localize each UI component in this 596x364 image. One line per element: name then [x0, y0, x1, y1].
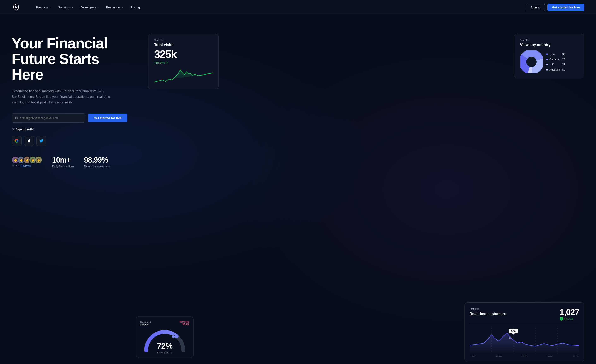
hero-section: Your Financial Future Starts Here Experi… — [0, 15, 596, 364]
svg-point-7 — [172, 335, 175, 338]
roi-label: Return on Investment — [84, 165, 110, 168]
gauge-percent: 72% — [157, 342, 173, 350]
transactions-value: 10m+ — [52, 156, 74, 164]
sales-gauge-card: Sales goal $32,000 Remaining $7,600 — [136, 316, 194, 358]
email-icon: ✉ — [15, 116, 18, 120]
signup-alt-text: Or Sign up with: — [12, 128, 127, 131]
chevron-down-icon: ▾ — [97, 6, 98, 8]
reviews-link[interactable]: Reviews — [21, 164, 31, 167]
realtime-title: Real-time customers — [469, 312, 506, 316]
up-arrow-icon: ↑ — [559, 317, 563, 320]
google-signin-button[interactable] — [12, 136, 22, 146]
roi-value: 98.99% — [84, 156, 110, 164]
realtime-stats-label: Statistics — [469, 307, 506, 310]
hero-right: Statistics Total visits 325k +18.34% ↗ — [136, 29, 584, 364]
views-country-title: Views by country — [520, 43, 578, 47]
roi-stat: 98.99% Return on Investment — [84, 156, 110, 168]
realtime-value: 1,027 — [559, 307, 579, 317]
realtime-header: Statistics Real-time customers 1,027 ↑ 1… — [469, 307, 579, 320]
avatar: 👩 — [35, 156, 42, 164]
views-by-country-card: Statistics Views by country USA 39 — [514, 34, 584, 78]
nav-products[interactable]: Products ▾ — [33, 4, 53, 11]
nav-developers[interactable]: Developers ▾ — [78, 4, 101, 11]
hero-left: Your Financial Future Starts Here Experi… — [12, 29, 127, 364]
tooltip-bubble: 574 — [509, 329, 518, 333]
realtime-change: ↑ 12.75% — [559, 317, 579, 320]
svg-point-12 — [509, 337, 511, 339]
hero-stats: 🧑 👩 👩 👩 👩 24.2k+ Reviews 10m+ Daily Tran… — [12, 156, 127, 168]
legend-item-australia: Australia 5.0 — [546, 68, 565, 71]
hero-form: ✉ Get started for free — [12, 113, 127, 123]
avatars-row: 🧑 👩 👩 👩 👩 — [12, 156, 42, 164]
time-label: 16:00 — [547, 355, 553, 357]
time-label: 18:00 — [573, 355, 578, 357]
chevron-down-icon: ▾ — [122, 6, 123, 8]
total-visits-title: Total visits — [154, 43, 213, 47]
svg-point-6 — [526, 57, 536, 67]
transactions-label: Daily Transactions — [52, 165, 74, 168]
gauge-sales-label: Sales: $24,400 — [157, 351, 172, 354]
gauge-container: 72% Sales: $24,400 — [140, 328, 189, 353]
card-divider — [469, 324, 579, 324]
pie-chart — [520, 51, 543, 73]
logo[interactable]: A — [12, 2, 21, 12]
email-input-wrapper: ✉ — [12, 113, 85, 123]
avatar-reviews-group: 🧑 👩 👩 👩 👩 24.2k+ Reviews — [12, 156, 42, 167]
twitter-signin-button[interactable] — [37, 136, 46, 146]
total-visits-card: Statistics Total visits 325k +18.34% ↗ — [148, 34, 218, 89]
legend-item-usa: USA 39 — [546, 52, 565, 56]
legend-dot — [546, 53, 548, 55]
transactions-stat: 10m+ Daily Transactions — [52, 156, 74, 168]
nav-solutions[interactable]: Solutions ▾ — [55, 4, 76, 11]
sales-goal-label: Sales goal — [140, 321, 151, 323]
get-started-nav-button[interactable]: Get started for free — [547, 4, 584, 11]
hero-description: Experience financial mastery with FinTec… — [12, 88, 111, 105]
realtime-chart — [469, 327, 579, 353]
hero-title: Your Financial Future Starts Here — [12, 36, 127, 82]
remaining-value: $7,600 — [179, 323, 189, 326]
chevron-down-icon: ▾ — [72, 6, 73, 8]
apple-signin-button[interactable] — [24, 136, 34, 146]
chevron-down-icon: ▾ — [49, 6, 51, 8]
time-label: 12:00 — [496, 355, 502, 357]
pie-legend: USA 39 Canada 28 U.K. 23 — [546, 52, 565, 71]
time-label: 10:00 — [470, 355, 476, 357]
hero-cta-button[interactable]: Get started for free — [88, 114, 127, 123]
total-visits-sparkline — [154, 68, 213, 84]
time-label: 14:00 — [522, 355, 527, 357]
total-visits-change: +18.34% ↗ — [154, 61, 213, 64]
legend-dot — [546, 69, 548, 71]
nav-pricing[interactable]: Pricing — [128, 4, 143, 11]
nav-resources[interactable]: Resources ▾ — [103, 4, 126, 11]
legend-dot — [546, 58, 548, 60]
time-labels: 10:00 12:00 14:00 16:00 18:00 — [469, 355, 579, 357]
total-visits-value: 325k — [154, 48, 213, 60]
realtime-card: Statistics Real-time customers 1,027 ↑ 1… — [464, 302, 584, 362]
total-visits-stats-label: Statistics — [154, 39, 213, 42]
legend-item-canada: Canada 28 — [546, 58, 565, 61]
realtime-chart-container: 574 — [469, 327, 579, 357]
legend-dot — [546, 64, 548, 65]
legend-item-uk: U.K. 23 — [546, 63, 565, 66]
views-country-stats-label: Statistics — [520, 39, 578, 42]
navbar: A Products ▾ Solutions ▾ Developers ▾ Re… — [0, 0, 596, 15]
remaining-label: Remaining — [179, 321, 189, 323]
svg-text:A: A — [15, 5, 17, 9]
nav-actions: Sign in Get started for free — [526, 4, 584, 11]
nav-links: Products ▾ Solutions ▾ Developers ▾ Reso… — [33, 4, 526, 11]
signin-button[interactable]: Sign in — [526, 4, 545, 11]
pie-row: USA 39 Canada 28 U.K. 23 — [520, 51, 578, 73]
sales-goal-row: Sales goal $32,000 Remaining $7,600 — [140, 321, 189, 326]
sales-goal-value: $32,000 — [140, 323, 151, 326]
email-field[interactable] — [20, 116, 82, 120]
social-buttons — [12, 136, 127, 146]
reviews-count: 24.2k+ Reviews — [12, 164, 42, 167]
